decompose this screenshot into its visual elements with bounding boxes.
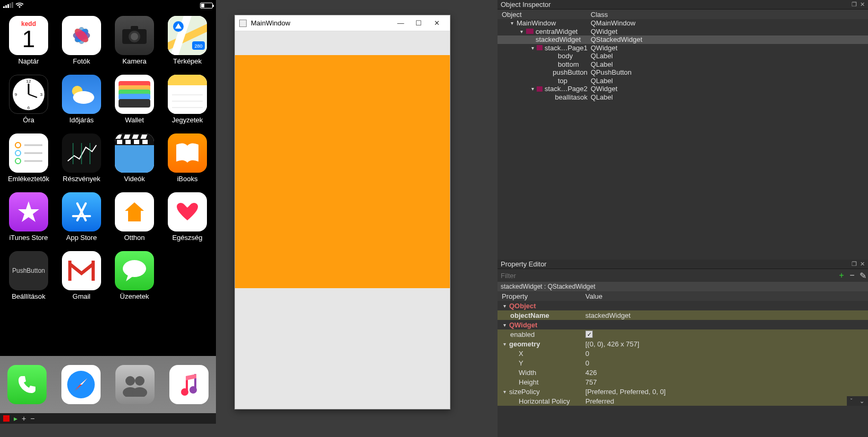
dock-safari-icon[interactable] — [61, 365, 101, 404]
property-row[interactable]: Y0 — [498, 358, 868, 368]
close-icon[interactable]: ✕ — [860, 261, 865, 267]
app-stocks[interactable]: Részvények — [55, 133, 108, 183]
svg-point-69 — [181, 388, 188, 396]
tree-row[interactable]: beallitasokQLabel — [498, 93, 868, 102]
calendar-icon: kedd 1 — [9, 16, 48, 55]
col-object[interactable]: Object — [498, 11, 587, 19]
object-inspector-title: Object Inspector ❐✕ — [498, 0, 868, 10]
app-notes[interactable]: Jegyzetek — [161, 75, 214, 124]
property-rows[interactable]: ▾QObjectobjectNamestackedWidget▾QWidgete… — [498, 301, 868, 406]
dock-phone-icon[interactable] — [7, 365, 47, 404]
wallet-icon — [115, 75, 154, 114]
photos-icon — [62, 16, 101, 55]
svg-point-70 — [189, 386, 197, 394]
svg-rect-57 — [68, 261, 95, 281]
tree-row[interactable]: topQLabel — [498, 77, 868, 85]
property-row[interactable]: ▾sizePolicy[Preferred, Preferred, 0, 0] — [498, 387, 868, 396]
app-ibooks[interactable]: iBooks — [161, 133, 214, 183]
app-reminders[interactable]: Emlékeztetők — [2, 133, 55, 183]
property-row[interactable]: Height757 — [498, 377, 868, 387]
app-gmail[interactable]: Gmail — [55, 251, 108, 300]
iphone-preview: kedd 1 Naptár Fotók Kamera 280 Térképek — [0, 0, 216, 413]
app-maps[interactable]: 280 Térképek — [161, 16, 214, 65]
appstore-icon — [62, 192, 101, 231]
app-label: Gmail — [73, 292, 91, 300]
app-clock[interactable]: 12369 Óra — [2, 75, 55, 124]
property-row[interactable]: Horizontal PolicyPreferred — [498, 396, 868, 406]
col-property[interactable]: Property — [498, 292, 582, 300]
tree-row[interactable]: pushButtonQPushButton — [498, 68, 868, 77]
property-row[interactable]: objectNamestackedWidget — [498, 310, 868, 320]
ibooks-icon — [168, 133, 207, 173]
app-health[interactable]: Egészség — [161, 192, 214, 242]
run-icon[interactable]: ▸ — [14, 414, 17, 423]
app-label: Fotók — [73, 57, 91, 65]
tree-row[interactable]: bottomQLabel — [498, 60, 868, 69]
scroll-arrows[interactable]: ˇ⌄ — [847, 396, 868, 406]
filter-input[interactable] — [498, 272, 836, 280]
svg-rect-59 — [92, 261, 95, 281]
remove-property-button[interactable]: − — [847, 271, 857, 280]
app-messages[interactable]: Üzenetek — [108, 251, 161, 300]
layout-icon — [526, 29, 534, 34]
ide-panels: Object Inspector ❐✕ Object Class ▾MainWi… — [498, 0, 868, 437]
tree-row[interactable]: ▾stack…Page2QWidget — [498, 85, 868, 93]
app-camera[interactable]: Kamera — [108, 16, 161, 65]
app-label: Jegyzetek — [172, 116, 203, 124]
dock-contacts-icon[interactable] — [115, 365, 155, 404]
restore-icon[interactable]: ❐ — [852, 1, 857, 8]
app-itunes[interactable]: iTunes Store — [2, 192, 55, 242]
app-appstore[interactable]: App Store — [55, 192, 108, 242]
app-videos[interactable]: Videók — [108, 133, 161, 183]
app-photos[interactable]: Fotók — [55, 16, 108, 65]
property-row[interactable]: ▾QObject — [498, 301, 868, 310]
app-wallet[interactable]: Wallet — [108, 75, 161, 124]
plus-icon[interactable]: + — [22, 414, 26, 423]
property-row[interactable]: Width426 — [498, 368, 868, 377]
col-class[interactable]: Class — [587, 11, 868, 19]
itunes-icon — [9, 192, 48, 231]
svg-rect-58 — [68, 261, 71, 281]
checkbox[interactable]: ✓ — [585, 331, 593, 338]
app-weather[interactable]: Időjárás — [55, 75, 108, 124]
object-tree[interactable]: ▾MainWindowQMainWindow▾centralWidgetQWid… — [498, 19, 868, 101]
col-value[interactable]: Value — [582, 292, 868, 300]
app-settings[interactable]: PushButton Beállítások — [2, 251, 55, 300]
tree-row[interactable]: ▾stack…Page1QWidget — [498, 44, 868, 52]
app-label: iBooks — [177, 175, 197, 183]
record-icon[interactable] — [3, 415, 10, 422]
dock-music-icon[interactable] — [169, 365, 209, 404]
property-row[interactable]: enabled✓ — [498, 329, 868, 339]
close-button[interactable]: ✕ — [428, 19, 446, 27]
svg-point-64 — [135, 376, 144, 386]
close-icon[interactable]: ✕ — [860, 1, 865, 8]
add-property-button[interactable]: + — [836, 271, 847, 280]
app-label: Emlékeztetők — [8, 175, 49, 183]
svg-text:3: 3 — [40, 92, 43, 97]
app-label: Üzenetek — [120, 292, 149, 300]
maximize-button[interactable]: ☐ — [410, 19, 428, 27]
minimize-button[interactable]: — — [392, 19, 410, 27]
configure-icon[interactable]: ✎ — [857, 271, 868, 281]
app-calendar[interactable]: kedd 1 Naptár — [2, 16, 55, 65]
tree-row[interactable]: ▾MainWindowQMainWindow — [498, 19, 868, 28]
app-label: Térképek — [173, 57, 202, 65]
app-label: Naptár — [18, 57, 39, 65]
svg-point-63 — [125, 376, 135, 386]
clock-icon: 12369 — [9, 75, 48, 114]
svg-rect-30 — [168, 75, 207, 85]
property-row[interactable]: ▾QWidget — [498, 320, 868, 329]
wifi-icon — [15, 2, 24, 8]
restore-icon[interactable]: ❐ — [852, 261, 857, 267]
tree-row[interactable]: ▾centralWidgetQWidget — [498, 28, 868, 36]
minus-icon[interactable]: − — [30, 414, 34, 423]
health-icon — [168, 192, 207, 231]
property-row[interactable]: X0 — [498, 349, 868, 358]
app-home[interactable]: Otthon — [108, 192, 161, 242]
tree-row[interactable]: stackedWidgetQStackedWidget — [498, 35, 868, 44]
svg-point-24 — [73, 91, 94, 104]
property-row[interactable]: ▾geometry[(0, 0), 426 x 757] — [498, 339, 868, 349]
tree-row[interactable]: bodyQLabel — [498, 52, 868, 60]
titlebar[interactable]: MainWindow — ☐ ✕ — [235, 15, 450, 31]
svg-point-11 — [131, 33, 138, 40]
